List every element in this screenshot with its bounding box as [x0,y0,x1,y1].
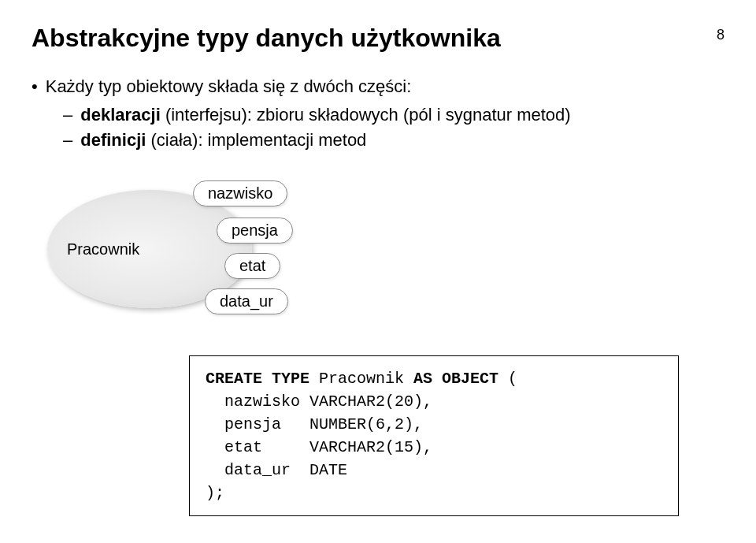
code-open-paren: ( [498,370,517,388]
attr-pill-etat: etat [224,253,280,279]
bullet-sub-1-rest: (interfejsu): zbioru składowych (pól i s… [161,105,571,125]
entity-label: Pracownik [67,240,139,258]
attr-pill-pensja: pensja [217,218,293,244]
code-kw-create: CREATE TYPE [206,370,309,388]
bullet-dash-icon: – [63,105,72,125]
bullet-main: • Każdy typ obiektowy składa się z dwóch… [32,76,724,97]
bullet-dash-icon: – [63,130,72,151]
bullet-sub-1: – deklaracji (interfejsu): zbioru składo… [63,105,724,125]
attr-pill-nazwisko: nazwisko [193,180,287,206]
bullet-dot-icon: • [32,76,38,97]
code-line-4: data_ur DATE [206,459,662,482]
bullet-sub-1-bold: deklaracji [80,105,161,125]
code-close: ); [206,482,662,504]
code-block: CREATE TYPE Pracownik AS OBJECT ( nazwis… [189,355,679,516]
page-title: Abstrakcyjne typy danych użytkownika [32,24,501,53]
bullet-sub-2: – definicji (ciała): implementacji metod [63,130,724,151]
entity-diagram: Pracownik nazwisko pensja etat data_ur [47,174,378,332]
bullet-sub-2-rest: (ciała): implementacji metod [146,130,366,150]
code-line-1: nazwisko VARCHAR2(20), [206,390,662,413]
code-type-name: Pracownik [309,370,413,388]
bullet-main-text: Każdy typ obiektowy składa się z dwóch c… [46,76,412,97]
attr-pill-data-ur: data_ur [205,288,288,314]
bullet-sub-2-bold: definicji [80,130,146,150]
code-line-header: CREATE TYPE Pracownik AS OBJECT ( [206,367,662,390]
code-kw-asobj: AS OBJECT [413,370,498,388]
code-line-2: pensja NUMBER(6,2), [206,413,662,436]
bullet-sub-1-text: deklaracji (interfejsu): zbioru składowy… [80,105,570,125]
bullet-sub-2-text: definicji (ciała): implementacji metod [80,130,366,151]
code-line-3: etat VARCHAR2(15), [206,436,662,459]
page-number: 8 [717,27,724,43]
